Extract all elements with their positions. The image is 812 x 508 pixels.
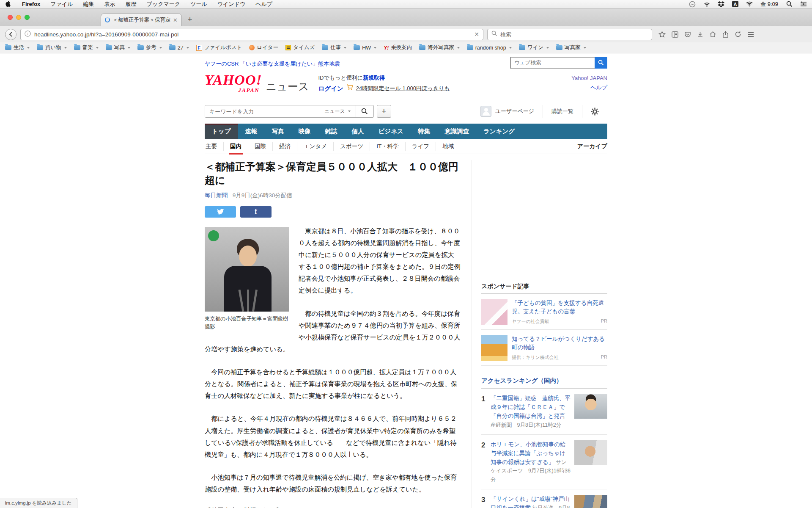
search-scope-dropdown[interactable]: ニュース (319, 105, 356, 117)
subnav-main[interactable]: 主要 (205, 142, 223, 151)
promo-link[interactable]: 24時間限定セール 1,000円ぽっきりも (356, 84, 450, 93)
browser-search-input[interactable] (500, 31, 648, 38)
menu-file[interactable]: ファイル (50, 0, 73, 8)
add-search-tab-button[interactable]: + (377, 105, 391, 118)
facebook-share-button[interactable]: f (240, 206, 272, 218)
sponsored-thumb[interactable] (481, 299, 508, 325)
user-page-link[interactable]: ユーザーページ (472, 105, 543, 118)
creative-cloud-icon[interactable] (689, 1, 696, 8)
bookmark-folder-music[interactable]: 音楽 (74, 44, 99, 51)
sponsored-title[interactable]: 「子どもの貧困」を支援する自死遺児。支えた子どもの言葉 (512, 300, 604, 315)
bookmark-folder-reference[interactable]: 参考 (137, 44, 162, 51)
yahoo-news-logo[interactable]: YAHOO!JAPAN ニュース (205, 74, 309, 94)
tab-feature[interactable]: 特集 (411, 124, 437, 139)
twitter-share-button[interactable] (205, 206, 236, 218)
bookmark-times[interactable]: タイムズ (285, 44, 315, 51)
subnav-sports[interactable]: スポーツ (333, 142, 370, 151)
share-icon[interactable] (722, 31, 729, 38)
yahoo-japan-link[interactable]: Yahoo! JAPAN (571, 75, 607, 81)
home-icon[interactable] (709, 31, 716, 38)
subnav-entertainment[interactable]: エンタメ (297, 142, 333, 151)
bookmark-folder-wine[interactable]: ワイン (519, 44, 549, 51)
menu-history[interactable]: 履歴 (126, 0, 137, 8)
ranking-thumb[interactable] (574, 495, 607, 508)
tab-photo[interactable]: 写真 (265, 124, 291, 139)
bookmark-folder-random-shop[interactable]: random shop (467, 45, 512, 51)
sponsored-thumb[interactable] (481, 335, 508, 361)
tab-close-icon[interactable]: ✕ (173, 17, 178, 23)
apple-menu-icon[interactable] (5, 1, 12, 8)
keyword-search-input[interactable] (205, 105, 319, 117)
menu-bookmarks[interactable]: ブックマーク (147, 0, 181, 8)
help-link[interactable]: ヘルプ (590, 84, 607, 91)
dropbox-icon[interactable] (718, 1, 724, 8)
menu-edit[interactable]: 編集 (83, 0, 94, 8)
menu-tools[interactable]: ツール (190, 0, 207, 8)
menu-icon[interactable] (747, 32, 754, 37)
subnav-economy[interactable]: 経済 (272, 142, 297, 151)
url-bar[interactable]: i ✕ (20, 29, 483, 40)
menu-window[interactable]: ウインドウ (217, 0, 246, 8)
star-icon[interactable] (658, 31, 666, 38)
bookmark-folder-shopping[interactable]: 買い物 (37, 44, 67, 51)
tab-top[interactable]: トップ (205, 124, 238, 139)
subnav-region[interactable]: 地域 (436, 142, 460, 151)
tab-magazine[interactable]: 雑誌 (318, 124, 345, 139)
bookmark-folder-photo[interactable]: 写真 (106, 44, 130, 51)
menu-help[interactable]: ヘルプ (255, 0, 272, 8)
tab-ranking[interactable]: ランキング (476, 124, 522, 139)
ranking-item[interactable]: 2 ホリエモン、小池都知事の給与半減案に異論「ぶっちゃけ知事の報酬は安すぎる」 … (481, 435, 607, 490)
bookmark-folder-work[interactable]: 仕事 (322, 44, 346, 51)
menubar-app-name[interactable]: Firefox (22, 1, 40, 7)
bookmark-folder-overseas-photographers[interactable]: 海外写真家 (419, 44, 460, 51)
sponsored-title[interactable]: 知ってる？ビールがつくりだすある町の物語 (512, 336, 605, 351)
article-source-link[interactable]: 毎日新聞 (205, 192, 228, 199)
spotlight-icon[interactable] (786, 1, 793, 8)
new-tab-button[interactable]: + (184, 14, 195, 25)
back-button[interactable] (5, 29, 16, 40)
tab-flash[interactable]: 速報 (238, 124, 265, 139)
minimize-window-button[interactable] (16, 15, 21, 20)
bookmark-folder-hw[interactable]: HW (354, 45, 376, 51)
bookmark-folder-photographers[interactable]: 写真家 (556, 44, 586, 51)
subnav-it-science[interactable]: IT・科学 (370, 142, 405, 151)
bookmark-folder-life[interactable]: 生活 (5, 44, 30, 51)
ranking-title[interactable]: 「二重国籍」疑惑 蓮舫氏、平成９年に雑誌「ＣＲＥＡ」で「自分の国籍は台湾」と発言 (491, 395, 571, 419)
tab-video[interactable]: 映像 (291, 124, 318, 139)
settings-gear-icon[interactable] (582, 105, 607, 118)
ranking-title[interactable]: ホリエモン、小池都知事の給与半減案に異論「ぶっちゃけ知事の報酬は安すぎる」 (491, 441, 565, 465)
subnav-world[interactable]: 国際 (248, 142, 272, 151)
browser-search-bar[interactable] (487, 29, 652, 40)
tab-business[interactable]: ビジネス (371, 124, 411, 139)
csr-link[interactable]: ヤフーのCSR 「いま必要な支援を届けたい」熊本地震 (205, 60, 340, 68)
subscriptions-link[interactable]: 購読一覧 (543, 105, 582, 118)
web-search-button[interactable] (595, 57, 607, 69)
bookmark-filepost[interactable]: Fファイルポスト (196, 44, 242, 51)
menubar-clock[interactable]: 金 9:09 (760, 0, 778, 8)
url-input[interactable] (34, 31, 471, 38)
download-icon[interactable] (697, 31, 703, 38)
sponsored-item[interactable]: 「子どもの貧困」を支援する自死遺児。支えた子どもの言葉 ヤフーの社会貢献PR (481, 294, 607, 330)
site-info-icon[interactable]: i (25, 30, 31, 39)
menu-view[interactable]: 表示 (104, 0, 115, 8)
article-photo[interactable] (205, 227, 289, 312)
bookmark-reuters[interactable]: ロイター (249, 44, 278, 51)
register-link[interactable]: 新規取得 (363, 75, 385, 81)
input-source-icon[interactable]: A (732, 1, 738, 7)
ranking-thumb[interactable] (574, 440, 607, 465)
sponsored-item[interactable]: 知ってる？ビールがつくりだすある町の物語 提供：キリン株式会社PR (481, 330, 607, 366)
ranking-item[interactable]: 3 「サインくれ」は"威嚇"神戸山口組を一斉捜索 毎日放送 9月8日(木)19時… (481, 489, 607, 508)
bookmark-transit[interactable]: Y!乗換案内 (384, 44, 412, 51)
ranking-item[interactable]: 1 「二重国籍」疑惑 蓮舫氏、平成９年に雑誌「ＣＲＥＡ」で「自分の国籍は台湾」と… (481, 389, 607, 435)
bookmarks-sidebar-icon[interactable] (672, 31, 678, 38)
pocket-icon[interactable] (684, 31, 691, 38)
clear-url-icon[interactable]: ✕ (474, 31, 479, 38)
notification-center-icon[interactable] (800, 1, 807, 8)
bookmark-folder-27[interactable]: 27 (169, 45, 189, 51)
login-link[interactable]: ログイン (318, 84, 343, 94)
archive-link[interactable]: アーカイブ (577, 143, 607, 150)
news-search-button[interactable] (356, 105, 373, 117)
subnav-domestic[interactable]: 国内 (223, 142, 248, 151)
tab-poll[interactable]: 意識調査 (437, 124, 476, 139)
browser-tab[interactable]: ＜都補正予算案＞保育定員... ✕ (101, 13, 182, 26)
